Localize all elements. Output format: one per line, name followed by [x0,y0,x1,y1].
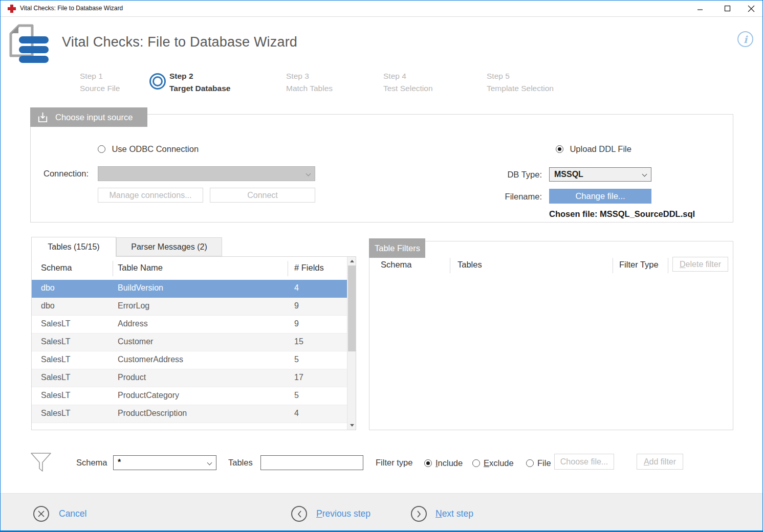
manage-connections-button[interactable]: Manage connections... [98,188,203,203]
step-1-source-file: Step 1Source File [80,70,120,95]
odbc-connection-radio[interactable]: Use ODBC Connection [98,144,199,154]
chevron-left-circle-icon[interactable] [291,506,307,522]
column-header-schema: Schema [41,263,72,273]
db-type-label: DB Type: [476,170,542,180]
step-5-template-selection: Step 5Template Selection [487,70,554,95]
column-header-table-name: Table Name [118,263,163,273]
change-file-button[interactable]: Change file... [549,189,651,204]
minimize-icon [697,6,703,12]
maximize-button[interactable] [715,1,739,16]
radio-icon [98,145,105,153]
tab-tables[interactable]: Tables (15/15) [31,237,116,257]
table-row[interactable]: SalesLT ProductCategory 5 [32,387,356,405]
footer-bar: Cancel Previous step Next step [1,493,762,531]
app-window: Vital Checks: File to Database Wizard Vi… [0,0,763,532]
current-step-icon [149,73,166,90]
table-row[interactable]: dbo ErrorLog 9 [32,298,356,316]
table-filters-panel: Schema Tables Filter Type Delete filter [369,241,733,430]
choose-file-button[interactable]: Choose file... [554,454,614,470]
radio-icon [526,459,534,467]
upload-ddl-radio[interactable]: Upload DDL File [556,144,631,154]
tables-grid-header: Schema Table Name # Fields [32,257,356,280]
table-filters-badge: Table Filters [369,238,425,258]
minimize-button[interactable] [688,1,712,16]
column-header-fields: # Fields [294,263,324,273]
connection-label: Connection: [43,169,89,179]
exclude-radio[interactable]: Exclude [472,458,514,468]
connect-button[interactable]: Connect [210,188,315,203]
scrollbar-thumb[interactable] [348,265,356,351]
tables-body: dbo BuildVersion 4 dbo ErrorLog 9 SalesL… [32,280,356,423]
table-row[interactable]: dbo BuildVersion 4 [32,280,356,298]
radio-checked-icon [424,459,432,467]
chevron-down-icon [642,172,647,177]
column-divider [113,261,113,276]
tab-parser-messages[interactable]: Parser Messages (2) [116,237,222,256]
close-button[interactable] [739,1,763,16]
step-2-target-database: Step 2Target Database [169,70,230,95]
include-radio[interactable]: Include [424,458,463,468]
column-divider [613,258,613,273]
window-title: Vital Checks: File to Database Wizard [20,5,123,12]
table-row[interactable]: SalesLT Address 9 [32,316,356,334]
input-source-badge: Choose input source [30,107,147,127]
page-title: Vital Checks: File to Database Wizard [62,34,297,50]
table-row[interactable]: SalesLT ProductDescription 4 [32,405,356,423]
tables-grid: Schema Table Name # Fields dbo BuildVers… [31,256,356,430]
info-icon[interactable]: i [737,31,753,47]
chevron-down-icon [207,460,212,465]
file-database-icon [9,24,51,68]
column-divider [288,261,288,276]
table-row[interactable]: SalesLT Customer 15 [32,334,356,351]
titlebar: Vital Checks: File to Database Wizard [1,1,762,17]
chevron-down-icon [306,171,311,176]
chevron-right-circle-icon[interactable] [411,506,427,522]
scroll-down-icon[interactable] [347,421,356,430]
tables-filter-label: Tables [228,458,253,468]
column-divider [668,258,668,273]
chosen-file-text: Chosen file: MSSQL_SourceDDL.sql [549,209,695,219]
tables-filter-input[interactable] [260,455,363,470]
previous-step-button[interactable]: Previous step [316,508,370,519]
cancel-button[interactable]: Cancel [59,508,86,519]
filters-column-schema: Schema [381,260,412,270]
radio-checked-icon [556,145,563,153]
red-cross-icon [8,5,16,13]
next-step-button[interactable]: Next step [435,508,473,519]
delete-filter-button[interactable]: Delete filter [672,257,728,272]
vertical-scrollbar[interactable] [347,257,356,430]
file-radio[interactable]: File [526,458,551,468]
table-row[interactable]: SalesLT Product 17 [32,369,356,387]
add-filter-button[interactable]: Add filter [637,454,683,470]
schema-filter-label: Schema [76,458,107,468]
filter-type-label: Filter type [376,458,412,468]
filters-column-filter-type: Filter Type [619,260,659,270]
filename-label: Filename: [476,192,542,202]
step-3-match-tables: Step 3Match Tables [286,70,333,95]
filters-column-tables: Tables [457,260,482,270]
connection-dropdown[interactable] [98,166,315,181]
scroll-up-icon[interactable] [347,257,356,265]
column-divider [450,258,450,273]
download-icon [36,111,49,124]
funnel-icon [30,452,52,473]
table-row[interactable]: SalesLT CustomerAddress 5 [32,351,356,369]
db-type-select[interactable]: MSSQL [549,167,651,182]
schema-filter-combo[interactable]: * [113,455,216,470]
radio-icon [472,459,480,467]
close-icon [748,5,755,12]
maximize-icon [724,5,731,12]
step-4-test-selection: Step 4Test Selection [383,70,433,95]
x-circle-icon[interactable] [33,506,49,522]
